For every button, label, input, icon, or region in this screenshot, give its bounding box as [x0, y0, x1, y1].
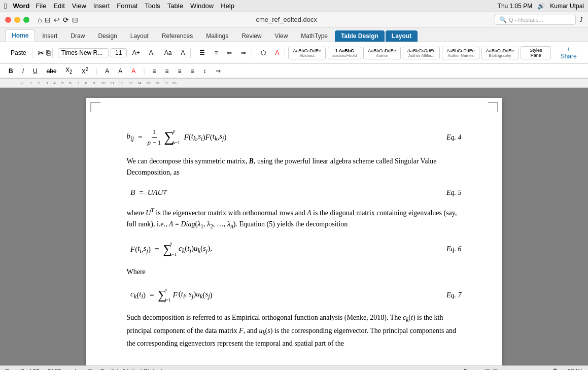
line-space-button[interactable]: ↕	[200, 66, 210, 76]
underline-button[interactable]: U	[29, 66, 41, 76]
font-case-button[interactable]: Aa	[161, 48, 176, 58]
font-name-input[interactable]	[58, 48, 109, 57]
menu-file[interactable]: File	[36, 2, 46, 10]
menu-edit[interactable]: Edit	[53, 2, 64, 10]
indent-button[interactable]: ⇒	[212, 66, 224, 76]
bold-button[interactable]: B	[5, 66, 17, 76]
menu-view[interactable]: View	[72, 2, 86, 10]
tab-references[interactable]: References	[156, 30, 199, 42]
justify-button[interactable]: ≡	[187, 66, 198, 76]
align-right-button[interactable]: ≡	[175, 66, 185, 76]
tab-table-design[interactable]: Table Design	[335, 30, 385, 42]
copy-icon[interactable]: ⎘	[46, 49, 50, 57]
menu-window[interactable]: Window	[190, 2, 214, 10]
tab-draw[interactable]: Draw	[64, 30, 91, 42]
tab-home[interactable]: Home	[5, 29, 35, 42]
clipboard-icon[interactable]: ✂	[38, 48, 44, 58]
zoom-level[interactable]: 224%	[567, 368, 583, 371]
tab-mailings[interactable]: Mailings	[200, 30, 234, 42]
ribbon: Home Insert Draw Design Layout Reference…	[0, 27, 588, 42]
print-icon[interactable]: ⊡	[72, 16, 78, 24]
para-group: ☰ ≡ ⇐ ⇒	[194, 48, 252, 58]
style-bibliography-sublabel: Bibliography	[486, 53, 514, 58]
font-color3-button[interactable]: A	[128, 66, 139, 76]
focus-button[interactable]: Focus	[464, 368, 480, 371]
tab-insert[interactable]: Insert	[36, 30, 63, 42]
paragraph-2: where UT is the eigenvector matrix with …	[127, 206, 462, 232]
superscript-button[interactable]: X2	[78, 65, 92, 77]
align-center-button[interactable]: ≡	[162, 66, 172, 76]
title-bar: ⌂ ⊟ ↩ ⟳ ⊡ cme_ref_edited.docx 🔍 Q - Repl…	[0, 12, 588, 27]
numbering-button[interactable]: ≡	[211, 48, 221, 58]
paste-button[interactable]: Paste	[7, 48, 30, 58]
font-shrink-button[interactable]: A-	[146, 48, 159, 58]
search-icon: 🔍	[499, 16, 507, 23]
close-button[interactable]	[5, 17, 11, 23]
view-icon-grid[interactable]: ▦	[485, 368, 490, 371]
track-changes-icon[interactable]: ⊡	[87, 368, 92, 371]
font-grow-button[interactable]: A+	[129, 48, 144, 58]
tab-design[interactable]: Design	[92, 30, 123, 42]
font-color2-button[interactable]: A	[101, 66, 113, 76]
zoom-plus-button[interactable]: +	[562, 368, 565, 371]
minimize-button[interactable]	[14, 17, 20, 23]
zoom-slider-thumb[interactable]	[552, 368, 558, 371]
highlight-button[interactable]: A	[115, 66, 126, 76]
style-author-affil[interactable]: AaBbCcDdEe Author Affilia...	[403, 47, 440, 59]
bullets-button[interactable]: ☰	[196, 48, 209, 58]
corner-tl	[90, 102, 100, 112]
view-icon-list[interactable]: ≡	[500, 368, 503, 371]
tab-layout[interactable]: Layout	[124, 30, 155, 42]
equation-4-row: bij = 1 p − 1 ∑ p k=1 F(tk, si)F(tk, sj)…	[127, 126, 462, 148]
maximize-button[interactable]	[23, 17, 29, 23]
style-bibliography[interactable]: AaBbCcDdEe Bibliography	[481, 47, 519, 59]
clear-format-button[interactable]: A	[177, 48, 188, 58]
share-icon[interactable]: ⤴	[580, 16, 583, 23]
style-author[interactable]: AaBbCcDdEe Author	[363, 47, 401, 59]
style-author-names-label: AaBbCcDdEe	[446, 48, 475, 53]
home-icon[interactable]: ⌂	[38, 16, 42, 24]
align-left-button[interactable]: ⬡	[257, 48, 269, 58]
menu-format[interactable]: Format	[117, 2, 137, 10]
equation-6-formula: F(ti, sj) = ∑ n k=1 ck (ti) uk (sj),	[127, 240, 213, 258]
save-icon[interactable]: ⊟	[45, 16, 51, 24]
style-abstract-bold[interactable]: 1 AaBbC abstract+bold	[328, 47, 361, 59]
language-indicator[interactable]: English (United States)	[100, 368, 163, 371]
strikethrough-button[interactable]: abc	[43, 66, 60, 76]
align-left2-button[interactable]: ≡	[149, 66, 160, 76]
view-icon-dash[interactable]: ─	[505, 368, 510, 371]
menubar-volume[interactable]: 🔊	[537, 3, 545, 10]
menu-table[interactable]: Table	[167, 2, 183, 10]
tab-review[interactable]: Review	[235, 30, 267, 42]
subscript-button[interactable]: X2	[62, 65, 76, 76]
status-right: Focus ▦ ▤ ≡ ─ − + 224%	[464, 368, 583, 371]
style-abstract[interactable]: AaBbCcDdEe Abstract	[288, 47, 326, 59]
italic-button[interactable]: I	[19, 66, 27, 76]
paragraph-4: Such decomposition is referred to as Emp…	[127, 312, 462, 349]
filename-label: cme_ref_edited.docx	[256, 16, 317, 23]
style-author-names[interactable]: AaBbCcDdEe Author Names	[442, 47, 479, 59]
indent-more-button[interactable]: ⇒	[237, 48, 250, 58]
indent-less-button[interactable]: ⇐	[223, 48, 235, 58]
zoom-minus-button[interactable]: −	[513, 368, 517, 371]
menu-insert[interactable]: Insert	[93, 2, 110, 10]
titlebar-icons: ⌂ ⊟ ↩ ⟳ ⊡	[38, 16, 78, 24]
paragraph-3: Where	[127, 266, 462, 278]
tab-view[interactable]: View	[269, 30, 294, 42]
view-icon-lines[interactable]: ▤	[492, 368, 498, 371]
tab-mathtype[interactable]: MathType	[295, 30, 334, 42]
font-size-input[interactable]	[111, 48, 127, 57]
search-box[interactable]: 🔍 Q - Replace...	[495, 15, 576, 25]
menu-help[interactable]: Help	[221, 2, 234, 10]
main-toolbar: Paste ✂ ⎘ A+ A- Aa A ☰ ≡ ⇐ ⇒ ⬡ A AaBbCcD…	[0, 42, 588, 64]
menu-tools[interactable]: Tools	[145, 2, 160, 10]
redo-icon[interactable]: ⟳	[63, 16, 69, 24]
tab-layout2[interactable]: Layout	[386, 30, 418, 42]
undo-icon[interactable]: ↩	[54, 16, 60, 24]
styles-pane-button[interactable]: StylesPane	[521, 46, 551, 59]
font-color-button[interactable]: A	[271, 48, 283, 58]
share-button[interactable]: + Share	[556, 44, 581, 61]
apple-icon[interactable]: 	[4, 2, 7, 10]
format-bar: B I U abc X2 X2 | A A A | ≡ ≡ ≡ ≡ ↕ ⇒	[0, 64, 588, 79]
equation-4-formula: bij = 1 p − 1 ∑ p k=1 F(tk, si)F(tk, sj)	[127, 126, 227, 148]
